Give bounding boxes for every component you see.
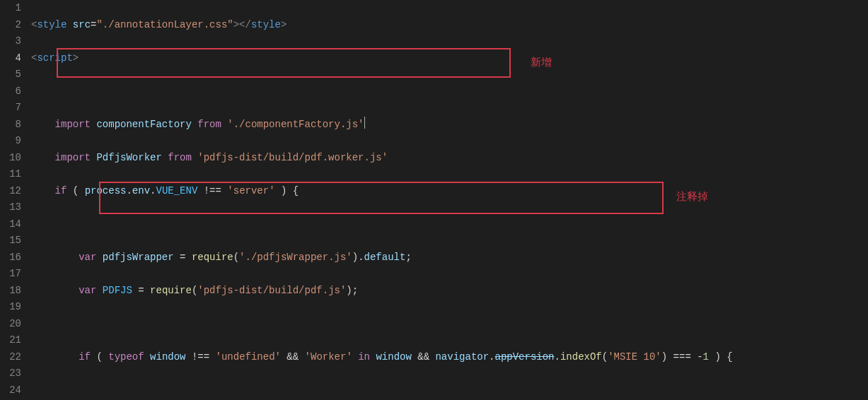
line-number: 2 — [0, 17, 21, 34]
line-number: 19 — [0, 299, 21, 316]
line-number: 13 — [0, 199, 21, 216]
annotation-add: 新增 — [531, 54, 552, 71]
line-number: 10 — [0, 150, 21, 167]
line-number: 14 — [0, 216, 21, 233]
annotation-comment-out: 注释掉 — [676, 188, 708, 205]
line-number-gutter: 123456789101112131415161718192021222324 — [0, 0, 31, 400]
line-number: 21 — [0, 332, 21, 349]
line-number: 4 — [0, 50, 21, 67]
code-line: import PdfjsWorker from 'pdfjs-dist/buil… — [31, 150, 868, 167]
code-line — [31, 382, 868, 399]
code-line: <style src="./annotationLayer.css"></sty… — [31, 17, 868, 34]
line-number: 24 — [0, 382, 21, 399]
code-editor[interactable]: 123456789101112131415161718192021222324 … — [0, 0, 868, 400]
line-number: 16 — [0, 249, 21, 266]
line-number: 1 — [0, 0, 21, 17]
line-number: 22 — [0, 349, 21, 366]
code-line: if ( typeof window !== 'undefined' && 'W… — [31, 349, 868, 366]
code-line — [31, 216, 868, 233]
line-number: 23 — [0, 365, 21, 382]
code-line: import componentFactory from './componen… — [31, 117, 868, 134]
line-number: 11 — [0, 166, 21, 183]
line-number: 20 — [0, 316, 21, 333]
code-line: var PDFJS = require('pdfjs-dist/build/pd… — [31, 283, 868, 300]
line-number: 6 — [0, 83, 21, 100]
line-number: 12 — [0, 183, 21, 200]
line-number: 18 — [0, 283, 21, 300]
line-number: 7 — [0, 100, 21, 117]
code-line — [31, 83, 868, 100]
code-line: var pdfjsWrapper = require('./pdfjsWrapp… — [31, 249, 868, 266]
code-line — [31, 316, 868, 333]
line-number: 8 — [0, 117, 21, 134]
text-cursor — [364, 117, 365, 129]
code-line: if ( process.env.VUE_ENV !== 'server' ) … — [31, 183, 868, 200]
code-area[interactable]: <style src="./annotationLayer.css"></sty… — [31, 0, 868, 400]
line-number: 3 — [0, 33, 21, 50]
code-line: <script> — [31, 50, 868, 67]
line-number: 15 — [0, 233, 21, 249]
line-number: 17 — [0, 266, 21, 283]
line-number: 9 — [0, 133, 21, 150]
line-number: 5 — [0, 66, 21, 83]
